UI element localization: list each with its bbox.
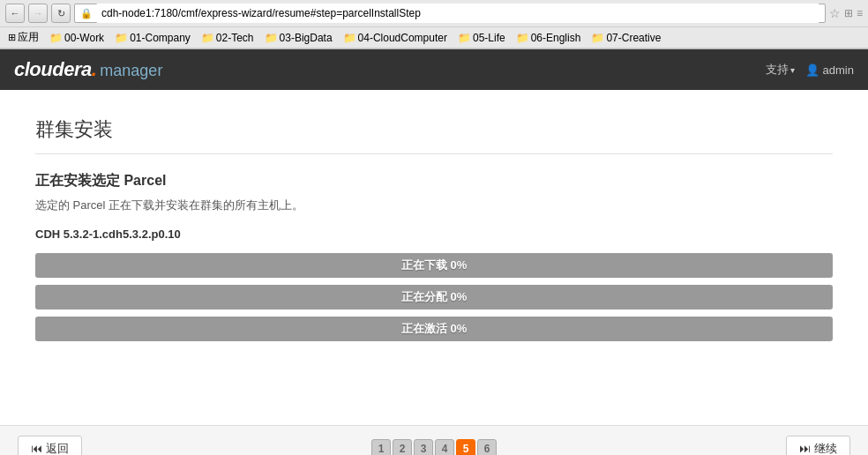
user-icon: 👤 bbox=[805, 63, 819, 77]
footer: ⏮ 返回 1 2 3 4 5 6 ⏭ 继续 bbox=[0, 425, 868, 455]
folder-icon-english: 📁 bbox=[516, 32, 529, 44]
bookmark-english-label: 06-English bbox=[531, 32, 581, 44]
progress-download-label: 正在下载 0% bbox=[401, 257, 467, 273]
page-title: 群集安装 bbox=[35, 116, 833, 154]
bookmark-creative-label: 07-Creative bbox=[606, 32, 661, 44]
step-2-button[interactable]: 2 bbox=[393, 439, 412, 456]
footer-left: ⏮ 返回 bbox=[18, 436, 82, 456]
progress-activate-container: 正在激活 0% bbox=[35, 317, 833, 341]
parcel-version: CDH 5.3.2-1.cdh5.3.2.p0.10 bbox=[35, 228, 833, 241]
menu-icon[interactable]: ≡ bbox=[857, 7, 863, 19]
app-header: cloudera. manager 支持 ▾ 👤 admin bbox=[0, 49, 868, 90]
folder-icon-creative: 📁 bbox=[591, 32, 604, 44]
progress-distribute-container: 正在分配 0% bbox=[35, 285, 833, 310]
folder-icon-tech: 📁 bbox=[201, 32, 214, 44]
step-5-button[interactable]: 5 bbox=[456, 439, 475, 456]
footer-right: ⏭ 继续 bbox=[786, 436, 850, 456]
folder-icon-bigdata: 📁 bbox=[265, 32, 278, 44]
section-title: 正在安装选定 Parcel bbox=[35, 172, 833, 190]
bookmark-star-icon[interactable]: ☆ bbox=[829, 6, 841, 20]
back-button[interactable]: ⏮ 返回 bbox=[18, 436, 82, 456]
continue-button[interactable]: ⏭ 继续 bbox=[786, 436, 850, 456]
bookmark-bigdata[interactable]: 📁 03-BigData bbox=[262, 31, 335, 45]
bookmark-tech[interactable]: 📁 02-Tech bbox=[198, 31, 257, 45]
address-input[interactable] bbox=[96, 4, 819, 23]
support-link[interactable]: 支持 ▾ bbox=[766, 62, 795, 78]
logo-area: cloudera. manager bbox=[14, 58, 162, 81]
bookmark-life[interactable]: 📁 05-Life bbox=[455, 31, 508, 45]
forward-button[interactable]: → bbox=[28, 4, 48, 23]
progress-activate-label: 正在激活 0% bbox=[401, 321, 467, 337]
continue-label: 继续 bbox=[814, 441, 837, 456]
folder-icon-work: 📁 bbox=[49, 32, 63, 44]
section-subtitle: 选定的 Parcel 正在下载并安装在群集的所有主机上。 bbox=[35, 198, 833, 213]
browser-chrome: ← → ↻ 🔒 ☆ ⊞ ≡ ⊞ 应用 📁 00-Work 📁 01-Compan… bbox=[0, 0, 868, 49]
progress-distribute-bar: 正在分配 0% bbox=[35, 285, 833, 310]
step-4-button[interactable]: 4 bbox=[435, 439, 454, 456]
admin-label: admin bbox=[823, 63, 854, 77]
progress-activate-bar: 正在激活 0% bbox=[35, 317, 833, 341]
bookmark-bigdata-label: 03-BigData bbox=[280, 32, 333, 44]
folder-icon-company: 📁 bbox=[115, 32, 128, 44]
support-label: 支持 bbox=[766, 62, 789, 78]
bookmark-cloud-label: 04-CloudComputer bbox=[358, 32, 447, 44]
bookmark-work-label: 00-Work bbox=[64, 32, 104, 44]
header-right: 支持 ▾ 👤 admin bbox=[766, 62, 854, 78]
bookmark-company[interactable]: 📁 01-Company bbox=[112, 31, 193, 45]
bookmark-english[interactable]: 📁 06-English bbox=[513, 31, 584, 45]
bookmark-apps-label: 应用 bbox=[18, 30, 39, 45]
step-3-button[interactable]: 3 bbox=[414, 439, 433, 456]
bookmark-company-label: 01-Company bbox=[130, 32, 191, 44]
logo-cloudera: cloudera. bbox=[14, 58, 96, 81]
secure-icon: 🔒 bbox=[80, 8, 93, 19]
main-content: 群集安装 正在安装选定 Parcel 选定的 Parcel 正在下载并安装在群集… bbox=[0, 90, 868, 425]
browser-toolbar: ← → ↻ 🔒 ☆ ⊞ ≡ bbox=[0, 0, 868, 27]
logo-manager: manager bbox=[100, 62, 162, 80]
folder-icon-life: 📁 bbox=[458, 32, 471, 44]
back-label: 返回 bbox=[46, 441, 69, 456]
progress-download-container: 正在下载 0% bbox=[35, 253, 833, 278]
folder-icon-cloud: 📁 bbox=[343, 32, 356, 44]
step-6-button[interactable]: 6 bbox=[477, 439, 497, 456]
back-icon: ⏮ bbox=[31, 442, 42, 455]
support-dropdown-icon: ▾ bbox=[790, 65, 795, 75]
progress-distribute-label: 正在分配 0% bbox=[401, 289, 467, 305]
admin-link[interactable]: 👤 admin bbox=[805, 63, 854, 77]
bookmark-apps[interactable]: ⊞ 应用 bbox=[5, 29, 41, 46]
step-indicators: 1 2 3 4 5 6 bbox=[371, 439, 497, 456]
step-1-button[interactable]: 1 bbox=[371, 439, 391, 456]
bookmarks-bar: ⊞ 应用 📁 00-Work 📁 01-Company 📁 02-Tech 📁 … bbox=[0, 27, 868, 48]
reload-button[interactable]: ↻ bbox=[51, 4, 71, 23]
back-button[interactable]: ← bbox=[5, 4, 25, 23]
bookmark-creative[interactable]: 📁 07-Creative bbox=[588, 31, 663, 45]
continue-icon: ⏭ bbox=[799, 442, 811, 455]
bookmark-cloud[interactable]: 📁 04-CloudComputer bbox=[340, 31, 450, 45]
progress-download-bar: 正在下载 0% bbox=[35, 253, 833, 278]
apps-icon: ⊞ bbox=[8, 32, 16, 43]
bookmark-tech-label: 02-Tech bbox=[216, 32, 254, 44]
extension-icon: ⊞ bbox=[844, 7, 853, 19]
bookmark-work[interactable]: 📁 00-Work bbox=[47, 31, 107, 45]
bookmark-life-label: 05-Life bbox=[473, 32, 505, 44]
